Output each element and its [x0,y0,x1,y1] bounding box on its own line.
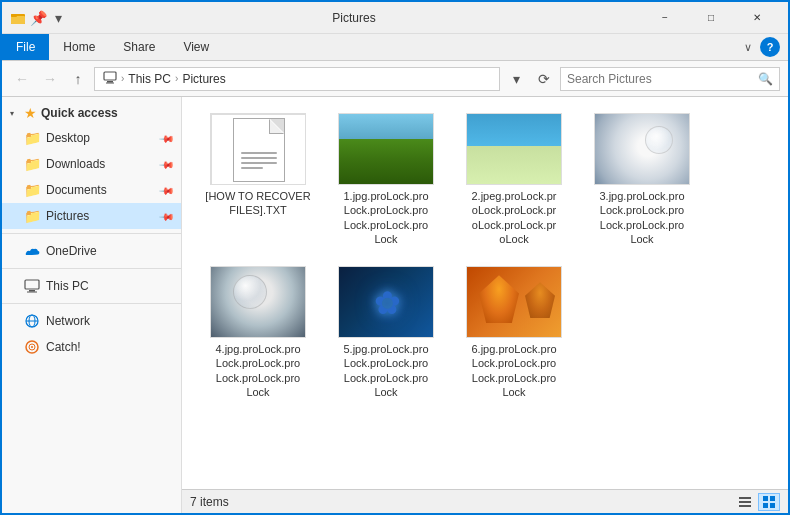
documents-pin-icon: 📌 [159,182,175,198]
path-pictures[interactable]: Pictures [182,72,225,86]
sidebar-downloads-label: Downloads [46,157,155,171]
path-this-pc[interactable]: This PC [128,72,171,86]
img3-thumbnail [594,113,690,185]
file-item-img4[interactable]: 4.jpg.proLock.proLock.proLock.proLock.pr… [198,260,318,405]
maximize-button[interactable]: □ [688,2,734,34]
sidebar: ▾ ★ Quick access 📁 Desktop 📌 📁 Downloads… [2,97,182,513]
tab-view[interactable]: View [169,34,223,60]
dropdown-button[interactable]: ▾ [504,67,528,91]
svg-rect-18 [739,505,751,507]
svg-rect-4 [107,81,113,83]
txt-line-3 [241,162,277,164]
network-icon [24,313,40,329]
quick-access-star-icon: ★ [24,105,37,121]
svg-point-14 [31,346,33,348]
this-pc-icon [24,278,40,294]
txt-line-2 [241,157,277,159]
item-count: 7 items [190,495,229,509]
sidebar-separator-2 [2,268,181,269]
svg-rect-8 [27,292,37,293]
title-bar: 📌 ▾ Pictures − □ ✕ [2,2,788,34]
search-input[interactable] [567,72,754,86]
tab-home[interactable]: Home [49,34,109,60]
content-inner: [HOW TO RECOVER FILES].TXT 1.jpg.proLock… [182,97,788,489]
svg-rect-5 [106,83,114,84]
close-button[interactable]: ✕ [734,2,780,34]
main-content: ▾ ★ Quick access 📁 Desktop 📌 📁 Downloads… [2,97,788,513]
sidebar-desktop-label: Desktop [46,131,155,145]
tile-view-button[interactable] [758,493,780,511]
back-button[interactable]: ← [10,67,34,91]
svg-rect-22 [770,503,775,508]
sidebar-this-pc-label: This PC [46,279,173,293]
img5-thumbnail: ✿ [338,266,434,338]
svg-rect-1 [11,16,25,24]
svg-rect-17 [739,501,751,503]
search-box[interactable]: 🔍 [560,67,780,91]
dropdown-arrow-icon[interactable]: ▾ [50,10,66,26]
file-item-img2[interactable]: 2.jpeg.proLock.proLock.proLock.proLock.p… [454,107,574,252]
pictures-pin-icon: 📌 [159,208,175,224]
sidebar-item-documents[interactable]: 📁 Documents 📌 [2,177,181,203]
svg-rect-21 [763,503,768,508]
img1-photo [339,114,434,185]
img6-file-name: 6.jpg.proLock.proLock.proLock.proLock.pr… [472,342,557,399]
sidebar-item-desktop[interactable]: 📁 Desktop 📌 [2,125,181,151]
svg-rect-19 [763,496,768,501]
bubble-effect [645,126,673,154]
pictures-folder-icon: 📁 [24,208,40,224]
svg-rect-2 [11,14,17,17]
path-computer-icon [103,70,117,87]
status-bar: 7 items [182,489,788,513]
sidebar-onedrive-label: OneDrive [46,244,173,258]
file-item-recover-txt[interactable]: [HOW TO RECOVER FILES].TXT [198,107,318,252]
minimize-button[interactable]: − [642,2,688,34]
sidebar-pictures-label: Pictures [46,209,155,223]
sidebar-item-pictures[interactable]: 📁 Pictures 📌 [2,203,181,229]
tab-share[interactable]: Share [109,34,169,60]
sidebar-separator-3 [2,303,181,304]
file-item-img5[interactable]: ✿ 5.jpg.proLock.proLock.proLock.proLock.… [326,260,446,405]
flower-decoration: ✿ [374,284,401,322]
svg-rect-7 [29,290,35,292]
leaf-shape [479,275,519,323]
onedrive-icon [24,243,40,259]
quick-access-icon: 📌 [30,10,46,26]
ribbon: File Home Share View ∨ ? [2,34,788,61]
file-item-img1[interactable]: 1.jpg.proLock.proLock.proLock.proLock.pr… [326,107,446,252]
img2-file-name: 2.jpeg.proLock.proLock.proLock.proLock.p… [472,189,557,246]
img4-photo [211,267,306,338]
sidebar-item-network[interactable]: Network [2,308,181,334]
sidebar-item-this-pc[interactable]: This PC [2,273,181,299]
forward-button[interactable]: → [38,67,62,91]
sidebar-quick-access-header[interactable]: ▾ ★ Quick access [2,101,181,125]
svg-rect-20 [770,496,775,501]
txt-document-shape [233,118,285,182]
quick-access-chevron: ▾ [10,109,20,118]
up-button[interactable]: ↑ [66,67,90,91]
ribbon-expand-button[interactable]: ∨ [740,37,756,58]
address-path[interactable]: › This PC › Pictures [94,67,500,91]
sidebar-item-onedrive[interactable]: OneDrive [2,238,181,264]
img3-photo [595,114,690,185]
sidebar-separator-1 [2,233,181,234]
sidebar-item-downloads[interactable]: 📁 Downloads 📌 [2,151,181,177]
view-buttons [734,493,780,511]
help-button[interactable]: ? [760,37,780,57]
sidebar-item-catch[interactable]: Catch! [2,334,181,360]
img2-photo [467,114,562,185]
documents-folder-icon: 📁 [24,182,40,198]
ribbon-controls-right: ∨ ? [740,37,788,58]
file-item-img3[interactable]: 3.jpg.proLock.proLock.proLock.proLock.pr… [582,107,702,252]
leaf-shape-2 [525,282,555,318]
refresh-button[interactable]: ⟳ [532,67,556,91]
file-item-img6[interactable]: 6.jpg.proLock.proLock.proLock.proLock.pr… [454,260,574,405]
tab-file[interactable]: File [2,34,49,60]
txt-line-4 [241,167,263,169]
img4-file-name: 4.jpg.proLock.proLock.proLock.proLock.pr… [216,342,301,399]
sidebar-network-label: Network [46,314,173,328]
img4-bubble [233,275,267,309]
file-explorer-window: 📌 ▾ Pictures − □ ✕ File Home Share View [0,0,790,515]
list-view-button[interactable] [734,493,756,511]
downloads-folder-icon: 📁 [24,156,40,172]
